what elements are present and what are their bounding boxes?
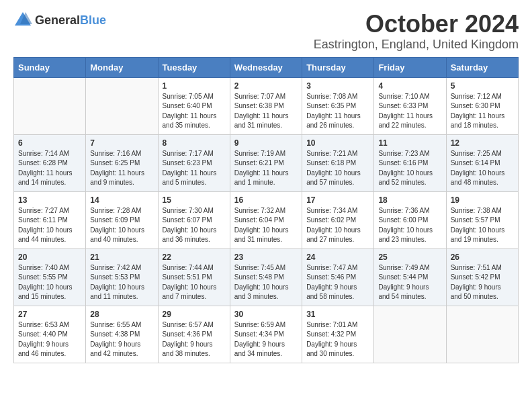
calendar-cell bbox=[374, 306, 446, 363]
day-number: 8 bbox=[163, 138, 226, 148]
day-info: Sunrise: 7:32 AM Sunset: 6:04 PM Dayligh… bbox=[234, 206, 298, 245]
day-info: Sunrise: 7:30 AM Sunset: 6:07 PM Dayligh… bbox=[163, 206, 226, 245]
calendar-cell: 9Sunrise: 7:19 AM Sunset: 6:21 PM Daylig… bbox=[230, 134, 302, 191]
day-info: Sunrise: 7:10 AM Sunset: 6:33 PM Dayligh… bbox=[378, 92, 441, 131]
calendar-cell: 18Sunrise: 7:36 AM Sunset: 6:00 PM Dayli… bbox=[374, 191, 446, 248]
day-info: Sunrise: 7:16 AM Sunset: 6:25 PM Dayligh… bbox=[90, 149, 153, 188]
col-header-sunday: Sunday bbox=[14, 57, 86, 77]
calendar-cell: 13Sunrise: 7:27 AM Sunset: 6:11 PM Dayli… bbox=[14, 191, 86, 248]
calendar-table: SundayMondayTuesdayWednesdayThursdayFrid… bbox=[13, 57, 519, 363]
calendar-cell: 12Sunrise: 7:25 AM Sunset: 6:14 PM Dayli… bbox=[446, 134, 518, 191]
calendar-cell: 2Sunrise: 7:07 AM Sunset: 6:38 PM Daylig… bbox=[230, 77, 302, 134]
calendar-cell: 30Sunrise: 6:59 AM Sunset: 4:34 PM Dayli… bbox=[230, 306, 302, 363]
calendar-cell: 21Sunrise: 7:42 AM Sunset: 5:53 PM Dayli… bbox=[86, 248, 158, 306]
day-number: 13 bbox=[18, 195, 81, 205]
day-info: Sunrise: 7:21 AM Sunset: 6:18 PM Dayligh… bbox=[306, 149, 369, 188]
week-row-2: 6Sunrise: 7:14 AM Sunset: 6:28 PM Daylig… bbox=[14, 134, 519, 191]
day-number: 20 bbox=[18, 253, 81, 262]
day-info: Sunrise: 7:23 AM Sunset: 6:16 PM Dayligh… bbox=[378, 149, 441, 188]
calendar-cell: 29Sunrise: 6:57 AM Sunset: 4:36 PM Dayli… bbox=[158, 306, 230, 363]
day-info: Sunrise: 7:27 AM Sunset: 6:11 PM Dayligh… bbox=[18, 206, 81, 245]
day-number: 2 bbox=[234, 81, 298, 91]
calendar-cell: 8Sunrise: 7:17 AM Sunset: 6:23 PM Daylig… bbox=[158, 134, 230, 191]
calendar-cell: 22Sunrise: 7:44 AM Sunset: 5:51 PM Dayli… bbox=[158, 248, 230, 306]
day-number: 7 bbox=[90, 138, 153, 148]
day-number: 28 bbox=[90, 310, 153, 319]
col-header-wednesday: Wednesday bbox=[230, 57, 302, 77]
day-number: 15 bbox=[163, 195, 226, 205]
day-info: Sunrise: 7:14 AM Sunset: 6:28 PM Dayligh… bbox=[18, 149, 81, 188]
calendar-cell: 7Sunrise: 7:16 AM Sunset: 6:25 PM Daylig… bbox=[86, 134, 158, 191]
day-info: Sunrise: 7:01 AM Sunset: 4:32 PM Dayligh… bbox=[306, 320, 369, 359]
day-number: 6 bbox=[18, 138, 81, 148]
day-number: 10 bbox=[306, 138, 369, 148]
day-number: 9 bbox=[234, 138, 298, 148]
day-info: Sunrise: 7:28 AM Sunset: 6:09 PM Dayligh… bbox=[90, 206, 153, 245]
day-number: 27 bbox=[18, 310, 81, 319]
calendar-cell: 26Sunrise: 7:51 AM Sunset: 5:42 PM Dayli… bbox=[446, 248, 518, 306]
day-info: Sunrise: 7:25 AM Sunset: 6:14 PM Dayligh… bbox=[451, 149, 514, 188]
day-number: 11 bbox=[378, 138, 441, 148]
day-number: 30 bbox=[234, 310, 298, 319]
week-row-4: 20Sunrise: 7:40 AM Sunset: 5:55 PM Dayli… bbox=[14, 248, 519, 306]
calendar-cell: 5Sunrise: 7:12 AM Sunset: 6:30 PM Daylig… bbox=[446, 77, 518, 134]
day-number: 12 bbox=[451, 138, 514, 148]
calendar-cell: 1Sunrise: 7:05 AM Sunset: 6:40 PM Daylig… bbox=[158, 77, 230, 134]
week-row-3: 13Sunrise: 7:27 AM Sunset: 6:11 PM Dayli… bbox=[14, 191, 519, 248]
day-number: 17 bbox=[306, 195, 369, 205]
calendar-cell: 27Sunrise: 6:53 AM Sunset: 4:40 PM Dayli… bbox=[14, 306, 86, 363]
day-number: 22 bbox=[163, 253, 226, 262]
calendar-cell: 28Sunrise: 6:55 AM Sunset: 4:38 PM Dayli… bbox=[86, 306, 158, 363]
day-info: Sunrise: 7:17 AM Sunset: 6:23 PM Dayligh… bbox=[163, 149, 226, 188]
day-number: 4 bbox=[378, 81, 441, 91]
day-info: Sunrise: 7:19 AM Sunset: 6:21 PM Dayligh… bbox=[234, 149, 298, 188]
day-number: 29 bbox=[163, 310, 226, 319]
calendar-cell bbox=[446, 306, 518, 363]
day-info: Sunrise: 6:57 AM Sunset: 4:36 PM Dayligh… bbox=[163, 320, 226, 359]
month-title: October 2024 bbox=[314, 11, 519, 38]
day-info: Sunrise: 7:34 AM Sunset: 6:02 PM Dayligh… bbox=[306, 206, 369, 245]
day-number: 5 bbox=[451, 81, 514, 91]
week-row-1: 1Sunrise: 7:05 AM Sunset: 6:40 PM Daylig… bbox=[14, 77, 519, 134]
calendar-cell: 15Sunrise: 7:30 AM Sunset: 6:07 PM Dayli… bbox=[158, 191, 230, 248]
calendar-cell: 19Sunrise: 7:38 AM Sunset: 5:57 PM Dayli… bbox=[446, 191, 518, 248]
day-number: 14 bbox=[90, 195, 153, 205]
day-number: 3 bbox=[306, 81, 369, 91]
day-number: 21 bbox=[90, 253, 153, 262]
calendar-cell: 3Sunrise: 7:08 AM Sunset: 6:35 PM Daylig… bbox=[302, 77, 374, 134]
calendar-cell: 10Sunrise: 7:21 AM Sunset: 6:18 PM Dayli… bbox=[302, 134, 374, 191]
day-info: Sunrise: 7:47 AM Sunset: 5:46 PM Dayligh… bbox=[306, 263, 369, 302]
day-info: Sunrise: 7:42 AM Sunset: 5:53 PM Dayligh… bbox=[90, 263, 153, 302]
day-number: 31 bbox=[306, 310, 369, 319]
day-info: Sunrise: 7:08 AM Sunset: 6:35 PM Dayligh… bbox=[306, 92, 369, 131]
day-number: 18 bbox=[378, 195, 441, 205]
col-header-thursday: Thursday bbox=[302, 57, 374, 77]
location-title: Eastrington, England, United Kingdom bbox=[314, 38, 519, 52]
day-number: 16 bbox=[234, 195, 298, 205]
day-number: 25 bbox=[378, 253, 441, 262]
calendar-cell: 25Sunrise: 7:49 AM Sunset: 5:44 PM Dayli… bbox=[374, 248, 446, 306]
logo-icon bbox=[13, 11, 32, 30]
day-info: Sunrise: 7:45 AM Sunset: 5:48 PM Dayligh… bbox=[234, 263, 298, 302]
calendar-cell: 24Sunrise: 7:47 AM Sunset: 5:46 PM Dayli… bbox=[302, 248, 374, 306]
calendar-cell: 17Sunrise: 7:34 AM Sunset: 6:02 PM Dayli… bbox=[302, 191, 374, 248]
day-info: Sunrise: 6:59 AM Sunset: 4:34 PM Dayligh… bbox=[234, 320, 298, 359]
col-header-tuesday: Tuesday bbox=[158, 57, 230, 77]
logo-text-general: General bbox=[35, 13, 80, 27]
calendar-cell bbox=[86, 77, 158, 134]
logo-text-blue: Blue bbox=[80, 13, 106, 27]
day-info: Sunrise: 7:12 AM Sunset: 6:30 PM Dayligh… bbox=[451, 92, 514, 131]
day-info: Sunrise: 6:53 AM Sunset: 4:40 PM Dayligh… bbox=[18, 320, 81, 359]
day-number: 24 bbox=[306, 253, 369, 262]
day-info: Sunrise: 6:55 AM Sunset: 4:38 PM Dayligh… bbox=[90, 320, 153, 359]
calendar-cell: 4Sunrise: 7:10 AM Sunset: 6:33 PM Daylig… bbox=[374, 77, 446, 134]
day-info: Sunrise: 7:40 AM Sunset: 5:55 PM Dayligh… bbox=[18, 263, 81, 302]
calendar-cell: 6Sunrise: 7:14 AM Sunset: 6:28 PM Daylig… bbox=[14, 134, 86, 191]
day-number: 19 bbox=[451, 195, 514, 205]
calendar-cell: 31Sunrise: 7:01 AM Sunset: 4:32 PM Dayli… bbox=[302, 306, 374, 363]
day-info: Sunrise: 7:36 AM Sunset: 6:00 PM Dayligh… bbox=[378, 206, 441, 245]
day-info: Sunrise: 7:38 AM Sunset: 5:57 PM Dayligh… bbox=[451, 206, 514, 245]
day-number: 1 bbox=[163, 81, 226, 91]
title-area: October 2024 Eastrington, England, Unite… bbox=[314, 11, 519, 52]
col-header-friday: Friday bbox=[374, 57, 446, 77]
